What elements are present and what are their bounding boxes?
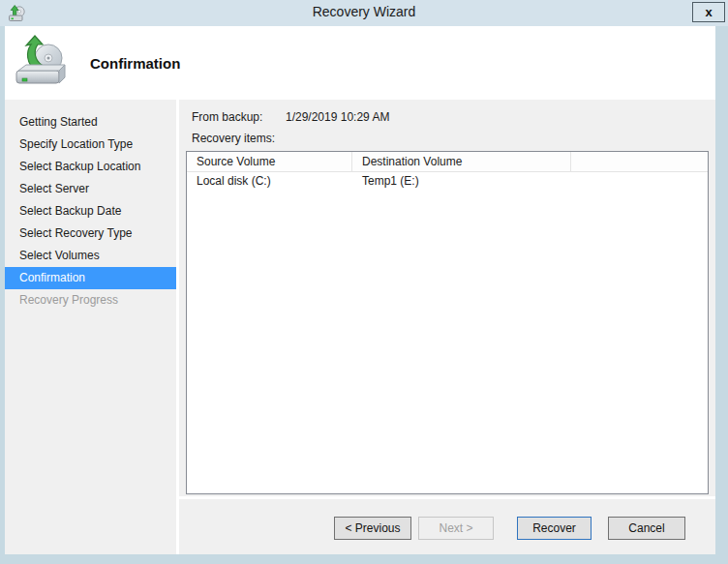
next-button[interactable]: Next > (418, 517, 494, 540)
column-header-spacer (571, 152, 708, 171)
recover-button[interactable]: Recover (517, 517, 592, 540)
page-title: Confirmation (90, 55, 180, 72)
table-row[interactable]: Local disk (C:) Temp1 (E:) (187, 172, 708, 191)
wizard-steps-sidebar: Getting Started Specify Location Type Se… (5, 100, 176, 554)
wizard-header: Confirmation (5, 26, 715, 100)
step-select-volumes[interactable]: Select Volumes (5, 245, 176, 267)
previous-button[interactable]: < Previous (334, 517, 411, 540)
from-backup-label: From backup: (192, 110, 262, 124)
confirmation-pane: From backup: 1/29/2019 10:29 AM Recovery… (179, 100, 715, 554)
table-header-row: Source Volume Destination Volume (187, 152, 708, 172)
step-select-backup-date[interactable]: Select Backup Date (5, 200, 176, 223)
step-specify-location-type[interactable]: Specify Location Type (5, 134, 176, 156)
source-volume-cell: Local disk (C:) (187, 172, 352, 191)
window-title: Recovery Wizard (0, 4, 728, 19)
step-getting-started[interactable]: Getting Started (5, 111, 176, 134)
step-confirmation[interactable]: Confirmation (5, 267, 176, 289)
step-select-server[interactable]: Select Server (5, 178, 176, 200)
footer-divider (179, 496, 715, 499)
recovery-items-label: Recovery items: (192, 132, 275, 145)
recovery-wizard-window: Recovery Wizard x (0, 0, 728, 564)
recovery-items-table: Source Volume Destination Volume Local d… (186, 151, 709, 494)
step-select-recovery-type[interactable]: Select Recovery Type (5, 223, 176, 245)
titlebar: Recovery Wizard x (0, 0, 728, 26)
restore-drive-icon (15, 35, 67, 89)
client-area: Confirmation Getting Started Specify Loc… (5, 26, 715, 554)
from-backup-value: 1/29/2019 10:29 AM (286, 110, 389, 124)
close-icon: x (705, 5, 712, 19)
destination-volume-cell: Temp1 (E:) (352, 172, 571, 191)
cancel-button[interactable]: Cancel (608, 517, 685, 540)
close-button[interactable]: x (692, 2, 725, 22)
column-header-destination-volume[interactable]: Destination Volume (352, 152, 571, 171)
column-header-source-volume[interactable]: Source Volume (187, 152, 352, 171)
step-recovery-progress[interactable]: Recovery Progress (5, 289, 176, 312)
step-select-backup-location[interactable]: Select Backup Location (5, 156, 176, 178)
